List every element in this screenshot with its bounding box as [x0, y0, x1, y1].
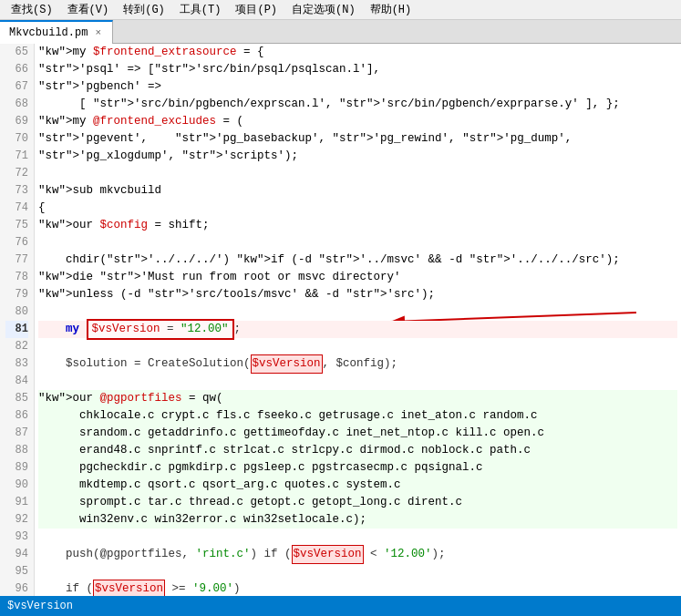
code-line-87: srandom.c getaddrinfo.c gettimeofday.c i… [38, 425, 677, 442]
code-line-84 [38, 373, 677, 390]
line-number-86: 86 [5, 407, 28, 425]
code-area[interactable]: "kw">my $frontend_extrasource = { "str">… [35, 44, 681, 596]
line-number-68: 68 [5, 96, 28, 113]
code-line-86: chklocale.c crypt.c fls.c fseeko.c getru… [38, 407, 677, 425]
line-number-76: 76 [5, 234, 28, 252]
line-number-83: 83 [5, 355, 28, 373]
line-number-93: 93 [5, 529, 28, 546]
line-number-71: 71 [5, 148, 28, 165]
line-number-84: 84 [5, 373, 28, 390]
code-line-76 [38, 234, 677, 252]
code-line-69: "kw">my @frontend_excludes = ( [38, 113, 677, 130]
line-number-66: 66 [5, 61, 28, 78]
line-number-74: 74 [5, 200, 28, 217]
code-line-79: "kw">unless (-d "str">'src/tools/msvc' &… [38, 286, 677, 303]
line-number-88: 88 [5, 442, 28, 459]
line-number-77: 77 [5, 252, 28, 269]
line-number-87: 87 [5, 425, 28, 442]
editor: 6566676869707172737475767778798081828384… [0, 44, 681, 596]
tab-close-button[interactable]: × [93, 27, 103, 38]
code-line-74: { [38, 200, 677, 217]
code-line-66: "str">'psql' => ["str">'src/bin/psql/psq… [38, 61, 677, 78]
menu-help[interactable]: 帮助(H) [363, 0, 419, 19]
line-number-80: 80 [5, 303, 28, 321]
code-line-91: sprompt.c tar.c thread.c getopt.c getopt… [38, 494, 677, 511]
code-line-95 [38, 563, 677, 580]
line-number-96: 96 [5, 580, 28, 596]
code-line-88: erand48.c snprintf.c strlcat.c strlcpy.c… [38, 442, 677, 459]
code-line-85: "kw">our @pgportfiles = qw( [38, 390, 677, 407]
line-number-72: 72 [5, 165, 28, 182]
code-line-65: "kw">my $frontend_extrasource = { [38, 44, 677, 61]
line-number-81: 81 [5, 321, 28, 338]
code-line-92: win32env.c win32error.c win32setlocale.c… [38, 511, 677, 529]
menu-project[interactable]: 项目(P) [228, 0, 284, 19]
line-number-90: 90 [5, 477, 28, 494]
code-line-71: "str">'pg_xlogdump', "str">'scripts'); [38, 148, 677, 165]
line-number-70: 70 [5, 130, 28, 148]
status-variable: $vsVersion [7, 600, 73, 612]
code-line-90: mkdtemp.c qsort.c qsort_arg.c quotes.c s… [38, 477, 677, 494]
code-line-70: "str">'pgevent', "str">'pg_basebackup', … [38, 130, 677, 148]
line-number-67: 67 [5, 78, 28, 96]
code-line-75: "kw">our $config = shift; [38, 217, 677, 234]
tab-mkvcbuild[interactable]: Mkvcbuild.pm × [0, 20, 113, 44]
tab-bar: Mkvcbuild.pm × [0, 20, 681, 44]
menu-find[interactable]: 查找(S) [4, 0, 60, 19]
line-number-73: 73 [5, 182, 28, 200]
menu-view[interactable]: 查看(V) [60, 0, 117, 19]
code-line-81: my $vsVersion = "12.00"; [38, 321, 677, 338]
line-number-78: 78 [5, 269, 28, 286]
line-number-91: 91 [5, 494, 28, 511]
code-line-77: chdir("str">'../../../') "kw">if (-d "st… [38, 252, 677, 269]
line-number-79: 79 [5, 286, 28, 303]
code-line-96: if ($vsVersion >= '9.00') [38, 580, 677, 596]
code-line-68: [ "str">'src/bin/pgbench/exprscan.l', "s… [38, 96, 677, 113]
menu-tools[interactable]: 工具(T) [172, 0, 229, 19]
code-line-72 [38, 165, 677, 182]
line-number-85: 85 [5, 390, 28, 407]
menu-bar: 查找(S) 查看(V) 转到(G) 工具(T) 项目(P) 自定选项(N) 帮助… [0, 0, 681, 20]
line-number-69: 69 [5, 113, 28, 130]
line-number-82: 82 [5, 338, 28, 355]
menu-custom[interactable]: 自定选项(N) [284, 0, 363, 19]
code-line-73: "kw">sub mkvcbuild [38, 182, 677, 200]
code-line-82 [38, 338, 677, 355]
line-number-89: 89 [5, 459, 28, 477]
code-line-89: pgcheckdir.c pgmkdirp.c pgsleep.c pgstrc… [38, 459, 677, 477]
line-numbers: 6566676869707172737475767778798081828384… [0, 44, 35, 596]
line-number-65: 65 [5, 44, 28, 61]
line-number-94: 94 [5, 546, 28, 563]
tab-filename: Mkvcbuild.pm [9, 26, 88, 39]
code-line-83: $solution = CreateSolution($vsVersion, $… [38, 355, 677, 373]
line-number-75: 75 [5, 217, 28, 234]
code-line-93 [38, 529, 677, 546]
menu-goto[interactable]: 转到(G) [116, 0, 172, 19]
line-number-95: 95 [5, 563, 28, 580]
code-line-78: "kw">die "str">'Must run from root or ms… [38, 269, 677, 286]
code-line-94: push(@pgportfiles, 'rint.c') if ($vsVers… [38, 546, 677, 563]
status-bar: $vsVersion [0, 596, 681, 616]
line-number-92: 92 [5, 511, 28, 529]
code-line-67: "str">'pgbench' => [38, 78, 677, 96]
